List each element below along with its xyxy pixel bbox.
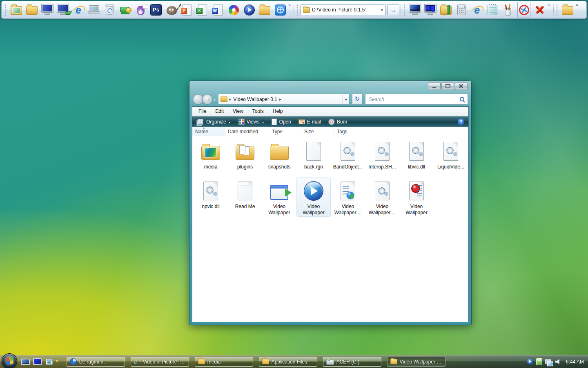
title-bar[interactable] [189, 81, 471, 93]
search-icon[interactable] [459, 96, 465, 102]
file-video-wallpaper-vshost[interactable]: Video Wallpaper [399, 177, 434, 217]
menu-tools[interactable]: Tools [248, 108, 268, 115]
network-icon[interactable] [545, 359, 552, 364]
recent-pages-chevron-icon[interactable] [214, 96, 216, 102]
close-icon[interactable] [534, 2, 546, 18]
toolbar-overflow-chevron[interactable]: » [288, 2, 291, 7]
clock[interactable]: 6:44 AM [566, 359, 584, 365]
file-npvlc[interactable]: npvlc.dll [194, 177, 228, 217]
file-video-wallpaper-app[interactable]: Video Wallpaper [262, 177, 296, 217]
quicklaunch-chevron[interactable]: » [56, 358, 58, 364]
menu-view[interactable]: View [228, 108, 248, 115]
email-button[interactable]: E-mail [295, 118, 325, 126]
finance-app-icon[interactable] [119, 2, 131, 18]
file-libvlc[interactable]: libvlc.dll [399, 137, 434, 177]
menu-edit[interactable]: Edit [211, 108, 228, 115]
toolbar-grip[interactable] [404, 4, 406, 16]
laptop-icon[interactable] [88, 2, 100, 18]
defrag-icon [70, 358, 77, 365]
volume-icon[interactable] [555, 359, 562, 364]
media-player-icon[interactable] [243, 2, 255, 18]
minimize-button[interactable] [428, 82, 441, 90]
toolbar-grip[interactable] [557, 4, 559, 16]
column-name[interactable]: Name [192, 127, 225, 136]
show-desktop-icon[interactable] [20, 357, 30, 367]
file-back-rgn[interactable]: back.rgn [296, 137, 331, 177]
toolbar-grip[interactable] [5, 4, 7, 16]
file-video-wallpaper-manifest[interactable]: Video Wallpaper.... [331, 177, 365, 217]
battery-icon[interactable] [536, 358, 542, 365]
refresh-button[interactable] [352, 94, 363, 105]
media-player-tray-icon[interactable] [527, 359, 533, 365]
file-liquidvideo[interactable]: LiquidVide... [434, 137, 468, 177]
taskbar-acer-c[interactable]: ACER (C:) [323, 357, 381, 367]
organize-button[interactable]: Organize [194, 118, 235, 126]
search-box[interactable] [365, 94, 468, 105]
burn-button[interactable]: Burn [325, 117, 351, 126]
photo-viewer-icon[interactable] [44, 357, 54, 367]
column-size[interactable]: Size [301, 127, 334, 136]
powerpoint-icon[interactable] [181, 2, 193, 18]
menu-help[interactable]: Help [268, 108, 287, 115]
snipping-tool-icon[interactable] [517, 2, 530, 18]
notepad-icon[interactable] [486, 2, 499, 18]
file-readme[interactable]: Read Me [228, 177, 262, 217]
breadcrumb-crumb[interactable]: Video Wallpaper 0.1 [234, 96, 277, 102]
file-snapshots[interactable]: snapshots [262, 137, 296, 177]
folder-book-icon[interactable] [440, 2, 452, 18]
file-bandobject[interactable]: BandObject... [331, 137, 365, 177]
address-dropdown[interactable] [342, 94, 347, 104]
folder-icon[interactable] [561, 2, 574, 18]
internet-explorer-icon[interactable] [72, 2, 85, 18]
calculator-icon[interactable] [455, 2, 468, 18]
network-computer-icon[interactable] [57, 2, 69, 18]
toolbar-grip[interactable] [297, 4, 299, 16]
taskbar-media[interactable]: media [195, 357, 253, 367]
views-button[interactable]: Views [235, 117, 268, 126]
address-combobox[interactable]: D:\Video in Picture 0.1.5' [301, 4, 385, 15]
file-plugins[interactable]: plugins [228, 137, 262, 177]
toolbar-overflow-chevron[interactable]: » [576, 2, 578, 7]
picasa-icon[interactable] [227, 2, 240, 18]
column-type[interactable]: Type [269, 127, 301, 136]
address-value: D:\Video in Picture 0.1.5' [312, 7, 379, 13]
show-desktop-icon[interactable] [409, 2, 421, 18]
file-video-wallpaper-config[interactable]: Video Wallpaper.... [365, 177, 399, 217]
word-icon[interactable] [212, 2, 224, 18]
documents-folder-icon[interactable] [10, 2, 22, 18]
excel-icon[interactable] [196, 2, 209, 18]
column-date-modified[interactable]: Date modified [225, 127, 269, 136]
recycle-bin-icon[interactable] [103, 2, 116, 18]
window-switcher-icon[interactable] [424, 2, 437, 18]
taskbar-video-wallpaper[interactable]: Video Wallpaper 0.1 [387, 357, 445, 367]
folder-icon[interactable] [258, 2, 271, 18]
file-video-wallpaper-selected[interactable]: Video Wallpaper [296, 177, 331, 217]
internet-explorer-icon[interactable] [471, 2, 483, 18]
photoshop-icon[interactable] [150, 2, 162, 18]
taskbar-defragment[interactable]: Defragment [67, 357, 125, 367]
taskbar-application-files[interactable]: Application Files [259, 357, 317, 367]
file-media[interactable]: media [194, 137, 228, 177]
chevron-down-icon[interactable] [381, 7, 383, 13]
window-switcher-icon[interactable] [32, 357, 42, 367]
start-button[interactable] [2, 353, 17, 368]
go-button[interactable] [387, 4, 399, 15]
pidgin-icon[interactable] [134, 2, 147, 18]
help-icon[interactable] [458, 119, 464, 125]
maximize-button[interactable] [441, 82, 454, 90]
paint-brushes-icon[interactable] [502, 2, 514, 18]
folder-icon[interactable] [26, 2, 38, 18]
menu-file[interactable]: File [194, 108, 211, 115]
breadcrumb[interactable]: ▸ Video Wallpaper 0.1 ▸ [218, 94, 350, 105]
file-interop[interactable]: Interop.SH... [365, 137, 399, 177]
forward-button[interactable] [202, 94, 213, 105]
globe-app-icon[interactable] [274, 2, 286, 18]
gimp-icon[interactable] [165, 2, 178, 18]
column-tags[interactable]: Tags [334, 127, 367, 136]
computer-icon[interactable] [41, 2, 53, 18]
close-button[interactable] [455, 82, 468, 90]
open-button[interactable]: Open [268, 117, 294, 126]
taskbar-video-in-picture[interactable]: Video in Picture for ... [131, 357, 189, 367]
toolbar-overflow-chevron[interactable]: » [548, 2, 550, 7]
search-input[interactable] [368, 96, 459, 103]
